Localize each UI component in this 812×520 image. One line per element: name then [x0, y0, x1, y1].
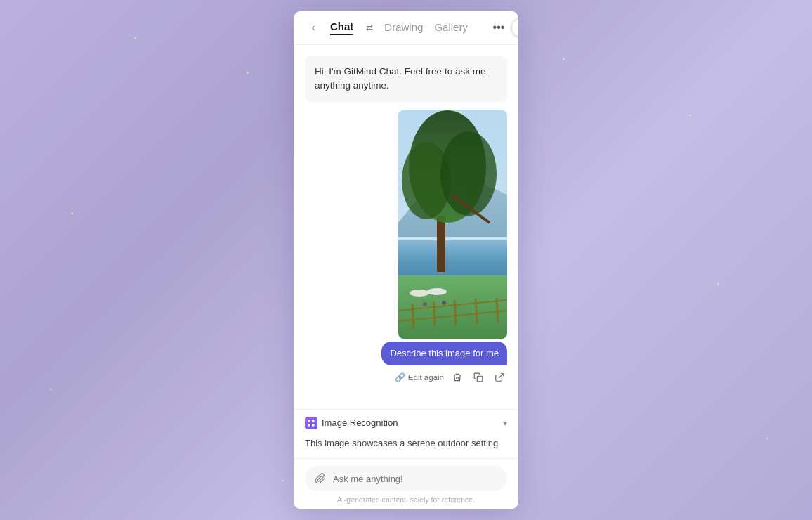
more-icon: ••• [493, 21, 505, 34]
attach-button[interactable] [313, 472, 327, 486]
chevron-down-icon: ▾ [503, 418, 507, 428]
chat-panel: ✕ › ‹ Chat ⇄ Drawing Gallery ••• Hi, I'm… [294, 11, 518, 509]
svg-line-19 [497, 298, 498, 323]
edit-again-button[interactable]: 🔗 Edit again [395, 372, 444, 382]
tab-chat[interactable]: Chat [330, 20, 353, 35]
uploaded-image [398, 110, 507, 339]
tab-drawing[interactable]: Drawing [384, 21, 423, 34]
svg-point-21 [442, 301, 446, 305]
svg-rect-26 [308, 424, 311, 427]
svg-line-18 [476, 299, 477, 324]
input-row [305, 466, 507, 491]
back-button[interactable]: ‹ [305, 19, 322, 36]
delete-button[interactable] [450, 370, 465, 385]
svg-point-12 [427, 288, 447, 295]
svg-rect-27 [312, 424, 315, 427]
welcome-message: Hi, I'm GitMind Chat. Feel free to ask m… [305, 56, 507, 102]
share-button[interactable] [492, 370, 507, 385]
user-message-bubble: Describe this image for me [381, 342, 507, 365]
svg-line-17 [454, 300, 456, 325]
message-actions: 🔗 Edit again [395, 370, 507, 385]
svg-line-23 [499, 373, 503, 377]
more-button[interactable]: ••• [490, 19, 507, 36]
recognition-body: This image showcases a serene outdoor se… [294, 436, 518, 459]
svg-line-16 [433, 301, 435, 327]
recognition-section: Image Recognition ▾ This image showcases… [294, 409, 518, 459]
svg-point-7 [440, 131, 497, 216]
chat-body: Hi, I'm GitMind Chat. Feel free to ask m… [294, 45, 518, 409]
svg-rect-4 [437, 216, 445, 272]
input-area: AI-generated content, solely for referen… [294, 458, 518, 509]
copy-button[interactable] [471, 370, 486, 385]
tab-gallery[interactable]: Gallery [434, 21, 468, 34]
svg-point-10 [410, 290, 429, 297]
link-icon: 🔗 [395, 372, 405, 382]
chat-input[interactable] [333, 474, 499, 484]
chat-header: ‹ Chat ⇄ Drawing Gallery ••• [294, 11, 518, 45]
image-message: Describe this image for me 🔗 Edit again [381, 110, 507, 385]
recognition-title: Image Recognition [305, 417, 398, 429]
tab-bar: Chat ⇄ Drawing Gallery [330, 20, 482, 35]
svg-rect-25 [312, 420, 315, 422]
svg-point-20 [423, 302, 427, 306]
svg-line-15 [412, 304, 414, 328]
svg-rect-24 [308, 420, 311, 422]
recognition-header[interactable]: Image Recognition ▾ [294, 410, 518, 436]
svg-rect-22 [477, 376, 483, 382]
svg-rect-3 [398, 275, 507, 339]
exchange-icon: ⇄ [366, 22, 373, 32]
recognition-icon [305, 417, 317, 429]
disclaimer-text: AI-generated content, solely for referen… [305, 491, 507, 504]
back-icon: ‹ [312, 22, 315, 33]
